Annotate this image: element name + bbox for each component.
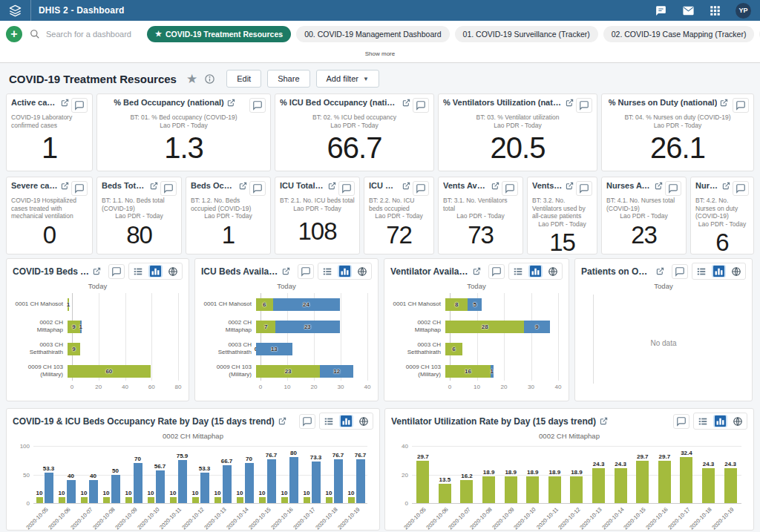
search-input[interactable] <box>45 29 134 39</box>
info-icon[interactable] <box>204 73 215 85</box>
list-view-icon[interactable] <box>513 266 523 277</box>
open-in-app-icon[interactable] <box>402 182 410 190</box>
open-in-app-icon[interactable] <box>656 267 664 275</box>
open-in-app-icon[interactable] <box>282 267 290 275</box>
open-in-app-icon[interactable] <box>566 99 574 107</box>
map-view-icon[interactable] <box>168 266 178 277</box>
share-button[interactable]: Share <box>267 70 309 88</box>
list-view-icon[interactable] <box>696 266 707 277</box>
open-in-app-icon[interactable] <box>600 417 608 425</box>
dhis2-logo-icon[interactable] <box>0 0 31 21</box>
dashboard-chip[interactable]: 01. COVID-19 Surveillance (Tracker) <box>455 26 598 42</box>
map-view-icon[interactable] <box>733 416 743 427</box>
comment-icon[interactable] <box>71 181 88 196</box>
bar-segment: 1 <box>491 365 494 378</box>
bar-value-label: 18.9 <box>571 469 583 476</box>
open-in-app-icon[interactable] <box>722 182 730 190</box>
comment-icon[interactable] <box>299 414 315 429</box>
new-dashboard-button[interactable]: + <box>6 26 22 42</box>
open-in-app-icon[interactable] <box>61 99 69 107</box>
card-value: 72 <box>369 220 429 250</box>
category-label: 0003 CH Setthathirath <box>201 341 256 355</box>
dashboard-chip[interactable]: 00. COVID-19 Management Dashboard <box>296 26 449 42</box>
comment-icon[interactable] <box>338 181 355 196</box>
comment-icon[interactable] <box>576 181 592 196</box>
bar-segment: 28 <box>445 321 524 333</box>
bar-chart-icon[interactable] <box>528 265 543 278</box>
open-in-app-icon[interactable] <box>278 417 286 425</box>
open-in-app-icon[interactable] <box>61 182 69 190</box>
show-more-link[interactable]: Show more <box>365 50 395 57</box>
comment-icon[interactable] <box>160 181 177 196</box>
card-subtitle-line: Lao PDR - Today <box>443 212 518 220</box>
comment-icon[interactable] <box>733 98 749 113</box>
open-in-app-icon[interactable] <box>473 267 481 275</box>
open-in-app-icon[interactable] <box>566 182 574 190</box>
comment-icon[interactable] <box>249 181 266 196</box>
bar-chart-icon[interactable] <box>713 415 727 427</box>
value-card: % Ventilators Utilization (national)BT: … <box>438 93 597 171</box>
bar-value-label: 10 <box>259 490 266 496</box>
map-view-icon[interactable] <box>357 266 367 277</box>
category-label: 0009 CH 103 (Military) <box>201 364 256 378</box>
open-in-app-icon[interactable] <box>402 99 410 107</box>
avatar[interactable]: YP <box>736 3 751 19</box>
open-in-app-icon[interactable] <box>150 182 158 190</box>
list-view-icon[interactable] <box>322 266 332 277</box>
dashboard-search[interactable] <box>30 29 140 39</box>
comment-icon[interactable] <box>665 181 681 196</box>
bar-group: 16.2 <box>456 446 478 503</box>
axis-tick-label: 30 <box>528 384 534 390</box>
open-in-app-icon[interactable] <box>491 182 499 190</box>
comment-icon[interactable] <box>672 264 688 279</box>
card-subtitle-line: Lao PDR - Today <box>191 212 266 220</box>
axis-tick-label: 0 <box>259 384 262 390</box>
comment-icon[interactable] <box>488 264 505 279</box>
list-view-icon[interactable] <box>698 416 708 427</box>
view-switcher <box>692 263 746 280</box>
list-view-icon[interactable] <box>324 416 334 427</box>
list-view-icon[interactable] <box>133 266 143 277</box>
comment-icon[interactable] <box>298 264 314 279</box>
bar-segment: 1 <box>68 298 69 311</box>
map-view-icon[interactable] <box>548 266 558 277</box>
map-view-icon[interactable] <box>358 416 369 427</box>
open-in-app-icon[interactable] <box>93 267 101 275</box>
value-card: ICU Occu...BT: 2.2. No. ICU beds occupie… <box>364 177 434 254</box>
mail-icon[interactable] <box>682 4 695 17</box>
bar-chart-icon[interactable] <box>712 265 726 278</box>
map-view-icon[interactable] <box>731 266 741 277</box>
open-in-app-icon[interactable] <box>239 182 247 190</box>
comment-icon[interactable] <box>413 181 429 196</box>
comment-icon[interactable] <box>673 414 689 429</box>
axis-tick-label: 0 <box>448 384 451 390</box>
favorite-star-icon[interactable]: ★ <box>186 73 197 85</box>
bar-chart-icon[interactable] <box>148 265 163 278</box>
bar-chart-icon[interactable] <box>339 415 353 427</box>
comment-icon[interactable] <box>413 98 429 113</box>
open-in-app-icon[interactable] <box>328 182 336 190</box>
dashboard-chip[interactable]: ★COVID-19 Treatment Resources <box>147 26 291 42</box>
chart-title: COVID-19 & ICU Beds Occupancy Rate by Da… <box>13 416 275 427</box>
comment-icon[interactable] <box>733 181 749 196</box>
comment-icon[interactable] <box>502 181 518 196</box>
open-in-app-icon[interactable] <box>655 182 663 190</box>
card-subtitle-line: BT: 01. % Bed occupancy (COVID-19) <box>102 114 266 122</box>
category-label: 0003 CH Setthathirath <box>390 341 445 355</box>
card-subtitle: BT: 4.2. No. Nurses on duty (COVID-19)La… <box>695 197 749 229</box>
apps-grid-icon[interactable] <box>710 5 721 16</box>
comment-icon[interactable] <box>576 98 592 113</box>
add-filter-button[interactable]: Add filter ▼ <box>316 70 379 88</box>
open-in-app-icon[interactable] <box>227 99 235 107</box>
messages-icon[interactable] <box>655 4 667 17</box>
comment-icon[interactable] <box>249 98 266 113</box>
comment-icon[interactable] <box>108 264 125 279</box>
open-in-app-icon[interactable] <box>720 99 728 107</box>
dashboard-chip[interactable]: 02. COVID-19 Case Mapping (Tracker) <box>603 26 755 42</box>
card-title: Nurses Avail... <box>606 181 652 190</box>
bar-group: 18.9 <box>544 446 566 503</box>
comment-icon[interactable] <box>71 98 88 113</box>
category-label: 0001 CH Mahosot <box>13 301 68 308</box>
bar-chart-icon[interactable] <box>338 265 352 278</box>
edit-button[interactable]: Edit <box>226 70 261 88</box>
